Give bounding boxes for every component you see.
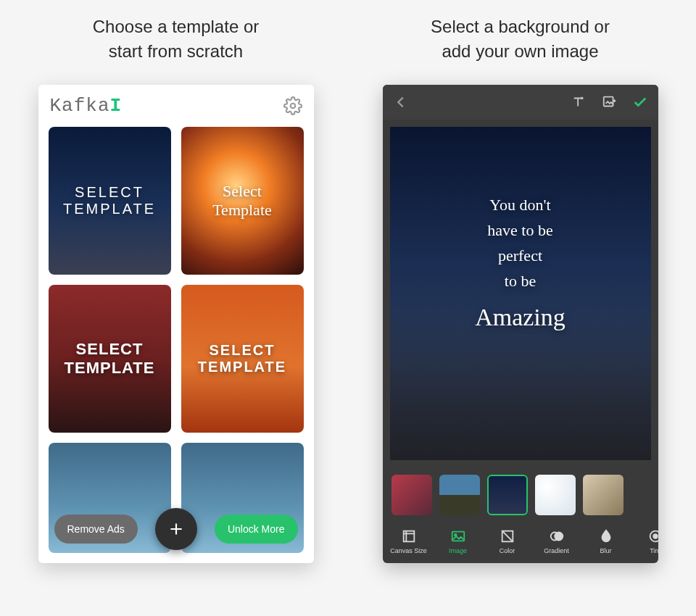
- bg-thumb[interactable]: [535, 475, 576, 515]
- quote-strong: Amazing: [475, 298, 566, 337]
- bg-thumb[interactable]: [439, 475, 480, 515]
- svg-rect-3: [452, 532, 464, 541]
- left-caption: Choose a template or start from scratch: [93, 14, 259, 63]
- tile-label: Select Template: [207, 176, 278, 225]
- bottom-bar: Remove Ads Unlock More: [38, 508, 314, 550]
- template-chooser-app: KafkaI SELECT TEMPLATE Select Template S…: [38, 85, 314, 563]
- bg-thumb-selected[interactable]: [487, 475, 528, 515]
- tool-label: Color: [500, 547, 515, 554]
- unlock-more-button[interactable]: Unlock More: [215, 515, 298, 544]
- template-tile[interactable]: SELECT TEMPLATE: [49, 285, 171, 433]
- right-panel: Select a background or add your own imag…: [366, 14, 674, 563]
- quote-line: have to be: [487, 221, 552, 239]
- svg-point-7: [555, 533, 563, 541]
- tool-label: Gradient: [544, 547, 569, 554]
- tool-gradient[interactable]: Gradient: [534, 528, 580, 554]
- app-header: KafkaI: [38, 85, 314, 127]
- template-tile[interactable]: SELECT TEMPLATE: [49, 127, 171, 275]
- editor-canvas[interactable]: You don't have to be perfect to be Amazi…: [390, 127, 651, 460]
- editor-header: [383, 85, 658, 120]
- tile-label: SELECT TEMPLATE: [57, 178, 162, 223]
- svg-point-9: [653, 534, 658, 538]
- tile-label: SELECT TEMPLATE: [192, 336, 292, 381]
- tool-image[interactable]: Image: [435, 528, 481, 554]
- background-thumbnails: [383, 467, 658, 523]
- tile-label: SELECT TEMPLATE: [59, 334, 161, 383]
- tool-blur[interactable]: Blur: [583, 528, 629, 554]
- app-logo: KafkaI: [50, 95, 123, 117]
- confirm-icon[interactable]: [632, 94, 648, 110]
- quote-line: to be: [505, 272, 536, 290]
- logo-cursor: I: [110, 95, 123, 117]
- add-text-icon[interactable]: [571, 94, 587, 110]
- tool-canvas-size[interactable]: Canvas Size: [386, 528, 432, 554]
- right-caption: Select a background or add your own imag…: [431, 14, 610, 63]
- svg-point-0: [290, 104, 295, 109]
- add-button[interactable]: [155, 508, 197, 550]
- bg-thumb[interactable]: [392, 475, 432, 515]
- screenshots-container: Choose a template or start from scratch …: [14, 14, 682, 563]
- bg-thumb[interactable]: [583, 475, 624, 515]
- remove-ads-button[interactable]: Remove Ads: [54, 515, 138, 544]
- editor-app: You don't have to be perfect to be Amazi…: [383, 85, 658, 563]
- tool-label: Image: [449, 547, 467, 554]
- logo-text: Kafka: [50, 95, 110, 117]
- tool-color[interactable]: Color: [484, 528, 531, 554]
- tool-row: Canvas Size Image Color Gradient Blur: [383, 523, 658, 563]
- tile-label: [104, 492, 115, 504]
- template-grid: SELECT TEMPLATE Select Template SELECT T…: [38, 127, 314, 563]
- tool-tint[interactable]: Tint: [632, 528, 658, 554]
- svg-rect-2: [403, 531, 414, 542]
- tile-label: [236, 492, 248, 504]
- template-tile[interactable]: SELECT TEMPLATE: [181, 285, 304, 433]
- header-actions: [571, 94, 648, 110]
- template-tile[interactable]: Select Template: [181, 127, 304, 275]
- back-icon[interactable]: [393, 94, 409, 110]
- tool-label: Canvas Size: [390, 547, 427, 554]
- tool-label: Tint: [650, 547, 658, 554]
- add-image-icon[interactable]: [602, 94, 618, 110]
- left-panel: Choose a template or start from scratch …: [22, 14, 330, 563]
- gear-icon[interactable]: [283, 96, 302, 115]
- tool-label: Blur: [600, 547, 611, 554]
- quote-text[interactable]: You don't have to be perfect to be Amazi…: [475, 192, 566, 338]
- quote-line: perfect: [498, 246, 542, 265]
- quote-line: You don't: [489, 196, 550, 214]
